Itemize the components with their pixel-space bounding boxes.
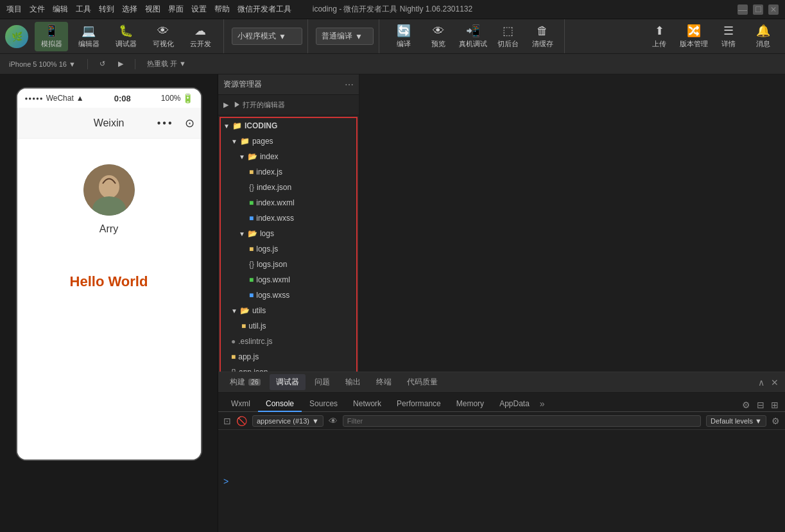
menu-ui[interactable]: 界面 bbox=[168, 4, 184, 15]
play-button[interactable]: ▶ bbox=[114, 58, 127, 69]
tree-item-logs-wxml[interactable]: ■ logs.wxml bbox=[221, 272, 356, 287]
menu-view[interactable]: 视图 bbox=[145, 4, 160, 15]
tree-item-app-js[interactable]: ■ app.js bbox=[221, 349, 356, 365]
close-button[interactable]: ✕ bbox=[768, 4, 779, 15]
close-devtools-icon[interactable]: ✕ bbox=[770, 376, 780, 389]
statusbar-right: 100% 🔋 bbox=[161, 93, 193, 103]
menu-wechat[interactable]: 微信开发者工具 bbox=[237, 4, 291, 15]
menu-file[interactable]: 文件 bbox=[30, 4, 45, 15]
compile-selector[interactable]: 普通编译 ▼ bbox=[316, 28, 374, 45]
avatar[interactable]: 🌿 bbox=[5, 25, 28, 48]
open-editors-header[interactable]: ▶ ▶ 打开的编辑器 bbox=[218, 98, 359, 112]
tree-item-index-js[interactable]: ■ index.js bbox=[221, 164, 356, 180]
tree-item-logs-json[interactable]: {} logs.json bbox=[221, 257, 356, 272]
detail-button[interactable]: ☰ 详情 bbox=[712, 22, 745, 51]
preview-label: 预览 bbox=[431, 39, 445, 49]
clean-button[interactable]: 🗑 清缓存 bbox=[526, 22, 559, 51]
backend-button[interactable]: ⬚ 切后台 bbox=[491, 22, 524, 51]
tree-item-utils[interactable]: ▼ 📂 utils bbox=[221, 303, 356, 318]
debugger-icon: 🐛 bbox=[119, 24, 133, 38]
menu-help[interactable]: 帮助 bbox=[214, 4, 230, 15]
console-tab-appdata[interactable]: AppData bbox=[492, 397, 537, 412]
tab-issues[interactable]: 问题 bbox=[308, 374, 336, 390]
ban-icon[interactable]: 🚫 bbox=[236, 416, 247, 426]
console-dock-icon[interactable]: ⊟ bbox=[755, 399, 766, 411]
mode-selector[interactable]: 小程序模式 ▼ bbox=[232, 28, 302, 45]
issues-label: 问题 bbox=[315, 377, 330, 386]
user-avatar bbox=[83, 164, 135, 216]
tree-item-icoding[interactable]: ▼ 📁 ICODING bbox=[221, 118, 356, 133]
console-gear-icon[interactable]: ⚙ bbox=[772, 416, 780, 426]
compile-button[interactable]: 🔄 编译 bbox=[387, 22, 420, 51]
tab-build[interactable]: 构建 26 bbox=[223, 374, 267, 390]
tree-item-index-wxss[interactable]: ■ index.wxss bbox=[221, 210, 356, 226]
message-label: 消息 bbox=[756, 39, 770, 49]
version-button[interactable]: 🔀 版本管理 bbox=[677, 22, 711, 51]
console-tab-performance[interactable]: Performance bbox=[389, 397, 449, 412]
menu-edit[interactable]: 编辑 bbox=[53, 4, 68, 15]
console-tab-sources[interactable]: Sources bbox=[302, 397, 345, 412]
simulator-button[interactable]: 📱 模拟器 bbox=[35, 22, 68, 51]
console-tab-console[interactable]: Console bbox=[258, 397, 302, 412]
battery-pct: 100% bbox=[161, 94, 181, 103]
right-panel: 资源管理器 ⋯ ▶ ▶ 打开的编辑器 ▼ bbox=[218, 74, 785, 532]
utils-folder-icon: 📂 bbox=[240, 306, 250, 315]
file-tree-more-icon[interactable]: ⋯ bbox=[345, 80, 354, 90]
tab-terminal[interactable]: 终端 bbox=[370, 374, 398, 390]
tab-debugger[interactable]: 调试器 bbox=[270, 374, 306, 390]
editor-button[interactable]: 💻 编辑器 bbox=[72, 22, 105, 51]
upload-button[interactable]: ⬆ 上传 bbox=[643, 22, 676, 51]
version-icon: 🔀 bbox=[687, 24, 701, 38]
tab-output[interactable]: 输出 bbox=[339, 374, 367, 390]
preview-button[interactable]: 👁 预览 bbox=[422, 22, 455, 51]
device-selector[interactable]: iPhone 5 100% 16 ▼ bbox=[5, 59, 80, 69]
debugger-tab-label: 调试器 bbox=[276, 377, 299, 386]
titlebar: 项目 文件 编辑 工具 转到 选择 视图 界面 设置 帮助 微信开发者工具 ic… bbox=[0, 0, 785, 19]
index-json-label: index.json bbox=[257, 183, 291, 192]
tree-item-logs-js[interactable]: ■ logs.js bbox=[221, 241, 356, 257]
realtest-button[interactable]: 📲 真机调试 bbox=[456, 22, 490, 51]
context-selector[interactable]: appservice (#13) ▼ bbox=[252, 415, 323, 427]
visual-button[interactable]: 👁 可视化 bbox=[146, 22, 180, 51]
tree-item-index-json[interactable]: {} index.json bbox=[221, 180, 356, 195]
nav-dots-icon[interactable]: ••• bbox=[157, 117, 174, 129]
menu-goto[interactable]: 转到 bbox=[99, 4, 114, 15]
menu-project[interactable]: 项目 bbox=[6, 4, 22, 15]
cloud-button[interactable]: ☁ 云开发 bbox=[184, 22, 217, 51]
context-arrow-icon: ▼ bbox=[312, 417, 319, 425]
tree-item-logs-wxss[interactable]: ■ logs.wxss bbox=[221, 287, 356, 303]
tree-item-app-json[interactable]: {} app.json bbox=[221, 365, 356, 372]
console-tab-network[interactable]: Network bbox=[345, 397, 389, 412]
refresh-button[interactable]: ↺ bbox=[96, 58, 109, 69]
file-tree-header: 资源管理器 ⋯ bbox=[218, 74, 359, 95]
console-expand-icon[interactable]: ⊞ bbox=[770, 399, 780, 411]
minimize-button[interactable]: — bbox=[738, 4, 748, 15]
eye-toggle-icon[interactable]: 👁 bbox=[329, 416, 338, 426]
tree-item-util-js[interactable]: ■ util.js bbox=[221, 318, 356, 334]
tab-codequality[interactable]: 代码质量 bbox=[401, 374, 444, 390]
console-tab-wxml[interactable]: Wxml bbox=[223, 397, 258, 412]
chevron-down-icon: ▼ bbox=[231, 307, 237, 314]
menu-tools[interactable]: 工具 bbox=[76, 4, 91, 15]
message-button[interactable]: 🔔 消息 bbox=[746, 22, 780, 51]
maximize-button[interactable]: ☐ bbox=[753, 4, 763, 15]
filter-input[interactable] bbox=[343, 415, 701, 427]
collapse-devtools-icon[interactable]: ∧ bbox=[757, 376, 766, 389]
level-selector[interactable]: Default levels ▼ bbox=[706, 415, 766, 427]
simulator-icon: 📱 bbox=[44, 24, 58, 38]
tree-item-logs[interactable]: ▼ 📂 logs bbox=[221, 226, 356, 241]
console-settings-icon[interactable]: ⚙ bbox=[741, 399, 752, 411]
console-tab-memory[interactable]: Memory bbox=[449, 397, 492, 412]
block-icon[interactable]: ⊡ bbox=[223, 416, 231, 426]
debugger-button[interactable]: 🐛 调试器 bbox=[109, 22, 142, 51]
menu-settings[interactable]: 设置 bbox=[191, 4, 207, 15]
tree-item-index-wxml[interactable]: ■ index.wxml bbox=[221, 195, 356, 210]
console-more-icon[interactable]: » bbox=[537, 396, 548, 411]
compile-arrow-icon: ▼ bbox=[355, 32, 363, 41]
hot-reload-button[interactable]: 热重载 开 ▼ bbox=[143, 58, 190, 70]
tree-item-eslint[interactable]: ● .eslintrc.js bbox=[221, 334, 356, 349]
tree-item-pages[interactable]: ▼ 📁 pages bbox=[221, 133, 356, 149]
menu-select[interactable]: 选择 bbox=[122, 4, 137, 15]
nav-record-icon[interactable]: ⊙ bbox=[185, 116, 194, 130]
tree-item-index[interactable]: ▼ 📂 index bbox=[221, 149, 356, 164]
